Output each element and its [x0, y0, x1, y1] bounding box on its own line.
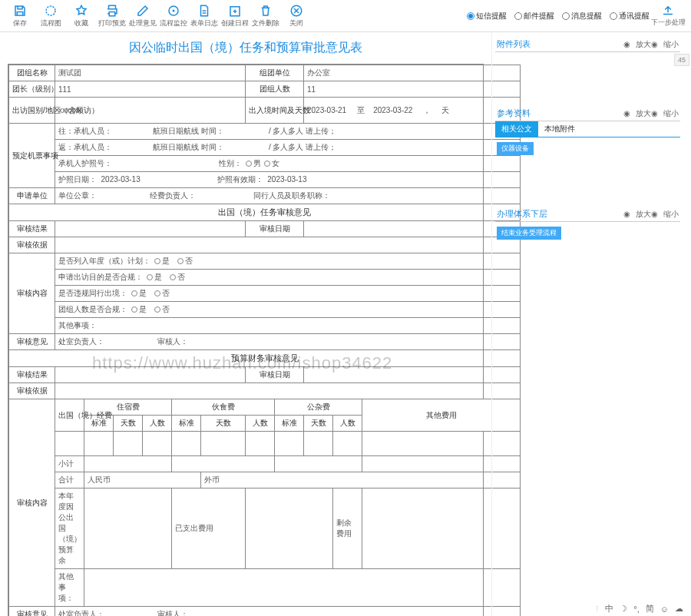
signers2: 处室负责人： 审核人： [55, 607, 521, 617]
cell [275, 456, 362, 472]
q-plan: 是否列入年度（或）计划： 是 否 [55, 253, 521, 270]
label-dates: 出入境时间及天数 [246, 98, 304, 124]
cell [246, 432, 275, 456]
reminder-label: 邮件提醒 [524, 11, 554, 22]
ime-statusbar: ⁝ 中 ☽ °, 简 ☺ ☁ [596, 603, 683, 614]
label-subtotal: 小计 [55, 456, 84, 472]
cell [275, 432, 304, 456]
section-task-review: 出国（境）任务审核意见 [9, 204, 521, 221]
value-review-basis2 [55, 383, 521, 399]
value-review-result2 [55, 367, 246, 383]
tool-label: 关闭 [289, 18, 303, 28]
cloud-icon[interactable]: ☁ [675, 604, 683, 614]
panel-workflow-body: 结束业务受理流程 [495, 222, 680, 268]
smiley-icon[interactable]: ☺ [660, 604, 669, 614]
tab-related-docs[interactable]: 相关公文 [495, 121, 538, 137]
print-button[interactable]: 打印预览 [97, 1, 127, 31]
print-icon [105, 4, 119, 18]
q-purpose: 申请出访目的是否合规： 是 否 [55, 270, 521, 286]
panel-title: 参考资料 [497, 108, 623, 119]
doc-icon [197, 4, 211, 18]
label-flight: 预定机票事项 [9, 124, 55, 188]
flight-return-row: 返：承机人员： 航班日期航线 时间： / 多人多人 请上传； [55, 140, 521, 156]
flowchart-button[interactable]: 流程图 [35, 1, 66, 31]
panel-attachments-head: 附件列表 ◉ 放大 ◉ 缩小 [495, 37, 680, 52]
label-other2: 其他事项： [55, 569, 84, 607]
cell [114, 432, 143, 456]
opinion-button[interactable]: 处理意见 [127, 1, 158, 31]
label-total: 合计 [55, 472, 84, 488]
moon-icon[interactable]: ☽ [620, 604, 627, 614]
sub-std2: 标准 [172, 416, 201, 432]
reminder-sms[interactable]: 短信提醒 [467, 11, 507, 22]
panel-title: 附件列表 [497, 38, 623, 50]
passport-row: 承机人护照号： 性别： 男 女 [55, 156, 521, 172]
reminder-label: 消息提醒 [571, 11, 602, 22]
formlog-button[interactable]: 表单日志 [189, 1, 220, 31]
flow-icon [44, 4, 58, 18]
label-review-result1: 审核结果 [9, 221, 55, 237]
value-review-result1 [55, 221, 246, 237]
label-review-opinion2: 审核意见 [9, 607, 55, 617]
apply-unit-row: 单位公章： 经费负责人： 同行人员及职务职称： [55, 188, 521, 204]
label-review-date1: 审核日期 [246, 221, 304, 237]
label-group-name: 团组名称 [9, 65, 55, 81]
value-review-date1 [304, 221, 521, 237]
cell [84, 488, 172, 569]
panel-expand[interactable]: ◉ 放大 [623, 209, 651, 220]
panel-collapse[interactable]: ◉ 缩小 [651, 108, 679, 119]
next-step-button[interactable]: 下一步处理 [650, 4, 686, 28]
ime-lang[interactable]: 中 [605, 603, 613, 614]
tool-label: 打印预览 [98, 18, 126, 28]
edge-badge: 45 [674, 54, 689, 66]
sub-days2: 天数 [201, 416, 246, 432]
value-other2 [84, 569, 521, 607]
target-icon [167, 4, 180, 18]
close-icon [289, 4, 303, 18]
panel-expand[interactable]: ◉ 放大 [623, 39, 651, 50]
tab-local-attach[interactable]: 本地附件 [538, 121, 581, 137]
panel-expand[interactable]: ◉ 放大 [623, 108, 651, 119]
svg-point-0 [46, 6, 55, 15]
svg-point-2 [173, 9, 175, 12]
label-review-content1: 审核内容 [9, 253, 55, 334]
label-budget-remaining: 本年度因公出国（境）预算余 [55, 488, 84, 569]
label-org-unit: 组团单位 [246, 65, 304, 81]
label-countries: 出访国别/地区（含顺访） [9, 98, 55, 124]
sub-days1: 天数 [114, 416, 143, 432]
upload-arrow-icon [661, 4, 675, 18]
value-group-name: 测试团 [55, 65, 246, 81]
col-meal: 伙食费 [172, 399, 275, 416]
total-rmb: 人民币 [84, 472, 201, 488]
flight-out-row: 往：承机人员： 航班日期航线 时间： / 多人多人 请上传； [55, 124, 521, 140]
reminder-comm[interactable]: 通讯提醒 [610, 11, 650, 22]
reminder-mail[interactable]: 邮件提醒 [514, 11, 554, 22]
tool-label: 收藏 [74, 18, 88, 28]
panel-collapse[interactable]: ◉ 缩小 [651, 209, 679, 220]
panel-collapse[interactable]: ◉ 缩小 [651, 39, 679, 50]
reminder-msg[interactable]: 消息提醒 [562, 11, 602, 22]
workflow-chip[interactable]: 结束业务受理流程 [497, 227, 561, 240]
q-violate: 是否违规同行出境： 是 否 [55, 286, 521, 302]
label-leader: 团长（级别） [9, 81, 55, 98]
favorite-button[interactable]: 收藏 [66, 1, 97, 31]
edit-icon [136, 4, 150, 18]
sub-ppl3: 人数 [333, 416, 362, 432]
ime-mode[interactable]: 简 [646, 603, 654, 614]
label-review-opinion1: 审核意见 [9, 334, 55, 350]
cell [55, 432, 84, 456]
cell [172, 456, 275, 472]
label-review-basis1: 审核依据 [9, 237, 55, 253]
panel-refs-head: 参考资料 ◉ 放大 ◉ 缩小 [495, 106, 680, 121]
label-apply-unit: 申请单位 [9, 188, 55, 204]
delete-file-button[interactable]: 文件删除 [250, 1, 281, 31]
save-button[interactable]: 保存 [5, 1, 35, 31]
label-review-basis2: 审核依据 [9, 383, 55, 399]
close-button[interactable]: 关闭 [281, 1, 312, 31]
ref-chip[interactable]: 仪器设备 [497, 142, 534, 155]
monitor-button[interactable]: 流程监控 [158, 1, 189, 31]
panel-attachments-body [495, 52, 680, 106]
schedule-button[interactable]: 创建日程 [220, 1, 250, 31]
cell [201, 432, 246, 456]
form-table: 团组名称 测试团 组团单位 办公室 团长（级别） 111 团组人数 11 出访国… [8, 64, 484, 616]
